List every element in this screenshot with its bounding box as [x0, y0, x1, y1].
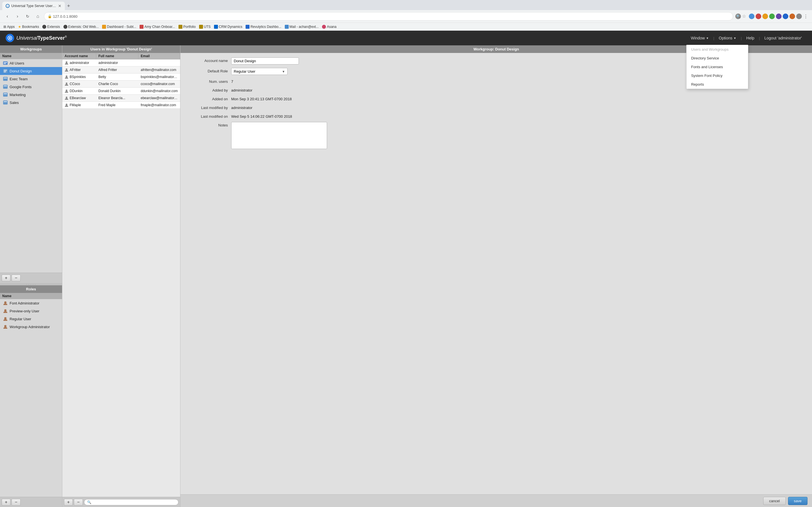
home-button[interactable]: ⌂ — [34, 12, 42, 20]
profile-icon[interactable] — [796, 13, 802, 19]
role-item-regular-user[interactable]: Regular User — [0, 315, 62, 323]
window-menu-button[interactable]: Window ▼ — [686, 36, 713, 40]
more-button[interactable]: ⋮ — [803, 13, 809, 19]
font-admin-label: Font Administrator — [10, 301, 40, 305]
notes-textarea[interactable] — [231, 122, 327, 149]
bookmark-dashboard[interactable]: Dashboard - Subt... — [102, 25, 136, 29]
back-button[interactable]: ‹ — [3, 12, 11, 20]
users-panel-bottom: + − 🔍 — [62, 497, 180, 507]
bookmark-amy[interactable]: Amy Chan Onboar... — [140, 25, 175, 29]
user-search-input[interactable] — [93, 500, 175, 504]
role-item-preview-only[interactable]: Preview-only User — [0, 307, 62, 315]
panel-divider[interactable]: · · · · · — [0, 283, 62, 285]
add-user-button[interactable]: + — [64, 499, 73, 506]
bookmark-crm[interactable]: CRM Dynamics — [214, 25, 242, 29]
svg-rect-11 — [4, 72, 6, 72]
bookmark-star-icon[interactable]: ☆ — [742, 13, 748, 19]
workgroup-item-sales[interactable]: Sales — [0, 99, 62, 107]
menu-item-directory-service[interactable]: Directory Service — [687, 54, 748, 62]
added-by-value: administrator — [231, 87, 252, 93]
app-logo-icon — [6, 34, 14, 42]
svg-point-26 — [66, 75, 67, 77]
dropdown-arrow-icon: ▼ — [282, 70, 285, 73]
extension-icon-1[interactable] — [749, 13, 755, 19]
workgroup-item-exec-team[interactable]: Exec Team — [0, 75, 62, 83]
window-menu-wrapper: Window ▼ Users and Workgroups Directory … — [686, 36, 713, 40]
add-workgroup-button[interactable]: + — [2, 275, 10, 281]
add-role-button[interactable]: + — [2, 499, 10, 506]
marketing-icon — [3, 92, 8, 97]
svg-point-29 — [66, 97, 67, 98]
fullname-cell: Donald Dunkin — [96, 88, 139, 94]
bookmark-revulytics[interactable]: Revulytics Dashbo... — [246, 25, 281, 29]
table-row[interactable]: FMaple Fred Maple fmaple@mailinator.com — [62, 102, 180, 109]
menu-item-reports[interactable]: Reports — [687, 80, 748, 89]
save-button[interactable]: save — [788, 497, 808, 505]
remove-user-button[interactable]: − — [74, 499, 83, 506]
bookmark-extensis-old[interactable]: Extensis: Old Web... — [63, 25, 99, 29]
sales-label: Sales — [10, 101, 19, 105]
menu-item-system-font-policy[interactable]: System Font Policy — [687, 71, 748, 80]
active-tab[interactable]: U Universal Type Server User Ma... ✕ — [2, 2, 65, 10]
remove-role-button[interactable]: − — [11, 499, 20, 506]
email-cell — [139, 61, 180, 64]
lock-icon: 🔒 — [48, 14, 52, 18]
logout-button[interactable]: Logout 'administrator' — [760, 36, 806, 40]
bookmark-bookmarks[interactable]: ★ Bookmarks — [18, 25, 39, 29]
bookmark-apps[interactable]: ⊞ Apps — [3, 25, 15, 29]
account-cell: FMaple — [62, 102, 96, 108]
extension-icon-4[interactable] — [769, 13, 775, 19]
svg-point-20 — [4, 301, 6, 304]
workgroup-item-donut-design[interactable]: Donut Design — [0, 67, 62, 75]
forward-button[interactable]: › — [13, 12, 21, 20]
account-name-input[interactable] — [231, 57, 299, 64]
bookmark-asana[interactable]: Asana — [322, 25, 336, 29]
remove-workgroup-button[interactable]: − — [11, 275, 20, 281]
bookmark-mail[interactable]: Mail - achan@ext... — [285, 25, 319, 29]
table-row[interactable]: CCoco Charlie Coco ccoco@mailinator.com — [62, 80, 180, 88]
address-bar[interactable]: 🔒 127.0.0.1:8080 — [44, 12, 733, 20]
svg-rect-17 — [4, 94, 7, 94]
user-search-box[interactable]: 🔍 — [84, 499, 179, 505]
user-row-icon — [64, 103, 68, 107]
new-tab-button[interactable]: + — [65, 3, 72, 9]
role-item-workgroup-admin[interactable]: Workgroup Administrator — [0, 323, 62, 331]
table-row[interactable]: DDunkin Donald Dunkin ddunkin@mailinator… — [62, 88, 180, 95]
help-menu-button[interactable]: Help — [742, 36, 759, 40]
table-row[interactable]: AFritter Alfred Fritter afritten@mailina… — [62, 66, 180, 73]
workgroup-item-marketing[interactable]: Marketing — [0, 91, 62, 99]
search-icon[interactable]: 🔍 — [735, 13, 741, 19]
fullname-cell: Fred Maple — [96, 102, 139, 108]
table-row[interactable]: BSprinkles Betty bsprinkles@mailinator.c… — [62, 73, 180, 80]
marketing-label: Marketing — [10, 93, 26, 97]
table-row[interactable]: administrator administrator — [62, 59, 180, 66]
email-cell: ccoco@mailinator.com — [139, 80, 180, 87]
options-menu-button[interactable]: Options ▼ — [714, 36, 741, 40]
refresh-button[interactable]: ↻ — [24, 12, 32, 20]
main-content: Workgroups Name All Users Donut Design — [0, 45, 812, 507]
extension-icon-6[interactable] — [783, 13, 788, 19]
workgroup-item-all-users[interactable]: All Users — [0, 59, 62, 67]
uts-icon — [199, 25, 203, 29]
extension-icon-5[interactable] — [776, 13, 781, 19]
amy-icon — [140, 25, 144, 29]
last-modified-on-row: Last modified on Wed Sep 5 14:06:22 GMT-… — [186, 113, 806, 119]
tab-close-button[interactable]: ✕ — [58, 4, 61, 8]
bookmark-extensis[interactable]: Extensis — [42, 25, 60, 29]
svg-point-23 — [4, 325, 6, 327]
workgroup-item-google-fonts[interactable]: Google Fonts — [0, 83, 62, 91]
menu-item-fonts-licenses[interactable]: Fonts and Licenses — [687, 62, 748, 71]
svg-point-25 — [66, 68, 67, 70]
extension-icon-7[interactable] — [790, 13, 795, 19]
num-users-value: 7 — [231, 78, 233, 83]
default-role-select[interactable]: Regular User ▼ — [231, 68, 288, 75]
all-users-icon — [3, 61, 8, 66]
role-item-font-admin[interactable]: Font Administrator — [0, 299, 62, 307]
sales-icon — [3, 100, 8, 105]
cancel-button[interactable]: cancel — [763, 497, 786, 505]
bookmark-uts[interactable]: UTS — [199, 25, 211, 29]
extension-icon-2[interactable] — [756, 13, 761, 19]
table-row[interactable]: EBearclaw Eleanor Bearcla... ebearclaw@m… — [62, 95, 180, 102]
bookmark-portfolio[interactable]: Portfolio — [179, 25, 196, 29]
extension-icon-3[interactable] — [762, 13, 768, 19]
